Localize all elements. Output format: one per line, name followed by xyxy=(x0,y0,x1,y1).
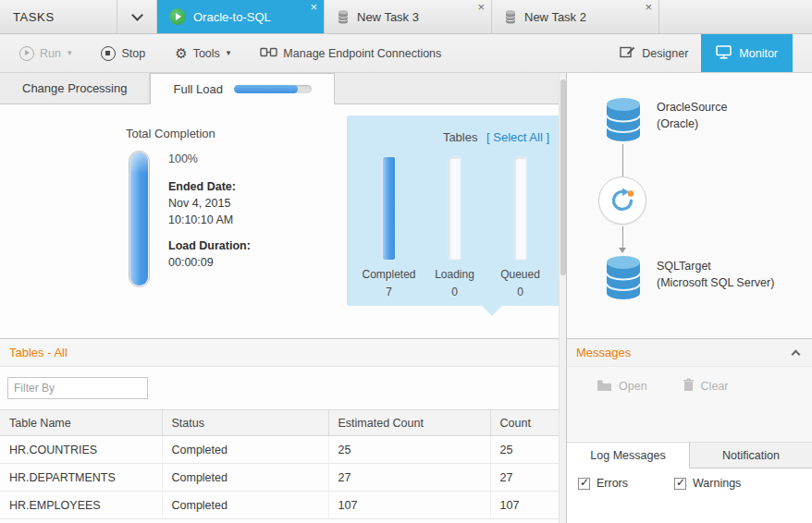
connector-line xyxy=(622,144,623,176)
cell-status: Completed xyxy=(162,436,328,464)
cell-table-name: HR.EMPLOYEES xyxy=(0,492,162,519)
select-all-link[interactable]: [ Select All ] xyxy=(486,130,549,144)
target-database-icon[interactable] xyxy=(603,255,644,303)
filter-input[interactable] xyxy=(7,377,148,399)
play-icon xyxy=(19,46,34,61)
app-window: TASKS Oracle-to-SQL × New Task 3 × New T… xyxy=(0,0,812,523)
database-icon xyxy=(504,9,517,25)
tables-section-header: Tables - All xyxy=(0,339,566,367)
source-node-label[interactable]: OracleSource (Oracle) xyxy=(657,99,727,132)
messages-panel: Messages Open Clear xyxy=(567,338,812,523)
load-duration-value: 00:00:09 xyxy=(168,254,251,271)
warnings-checkbox[interactable] xyxy=(674,478,686,490)
tab-label: Oracle-to-SQL xyxy=(193,10,271,24)
chevron-up-icon xyxy=(792,350,801,359)
tasks-menu[interactable]: TASKS xyxy=(0,0,117,33)
source-type: (Oracle) xyxy=(657,116,727,132)
column-header-status[interactable]: Status xyxy=(162,410,328,436)
gauge-bar xyxy=(382,156,396,261)
tab-oracle-to-sql[interactable]: Oracle-to-SQL × xyxy=(157,0,325,33)
ended-date-label: Ended Date: xyxy=(168,178,251,195)
cell-table-name: HR.DEPARTMENTS xyxy=(0,464,162,492)
designer-button[interactable]: Designer xyxy=(610,40,697,67)
cell-count: 25 xyxy=(490,436,566,464)
cell-table-name: HR.COUNTRIES xyxy=(0,436,162,464)
tables-gauges-bars: Completed 7 Loading 0 Queued 0 xyxy=(356,156,553,298)
total-completion-title: Total Completion xyxy=(126,127,215,140)
table-row[interactable]: HR.DEPARTMENTS Completed 27 27 xyxy=(0,464,566,492)
gauge-completed[interactable]: Completed 7 xyxy=(357,156,422,298)
target-node-label[interactable]: SQLTarget (Microsoft SQL Server) xyxy=(657,258,774,291)
gear-icon: ⚙ xyxy=(175,46,187,60)
tab-change-processing[interactable]: Change Processing xyxy=(0,73,150,103)
column-header-count[interactable]: Count xyxy=(490,410,566,436)
chevron-down-icon xyxy=(131,9,143,21)
gauge-queued[interactable]: Queued 0 xyxy=(488,156,553,298)
right-panel: OracleSource (Oracle) SQLTarget (Microso… xyxy=(566,73,812,523)
messages-tabbar: Log Messages Notification xyxy=(567,442,812,468)
tables-section-title: Tables - All xyxy=(9,346,68,359)
close-icon[interactable]: × xyxy=(477,1,485,14)
full-load-label: Full Load xyxy=(173,82,222,96)
clear-button[interactable]: Clear xyxy=(683,378,729,395)
gauge-bar xyxy=(448,156,461,261)
vertical-scrollbar[interactable] xyxy=(559,73,566,523)
tab-label: New Task 2 xyxy=(524,10,586,24)
cell-status: Completed xyxy=(162,464,328,492)
warnings-checkbox-group[interactable]: Warnings xyxy=(674,477,741,490)
gauge-bar xyxy=(513,156,527,261)
tab-new-task-3[interactable]: New Task 3 × xyxy=(325,0,492,33)
target-name: SQLTarget xyxy=(657,258,774,274)
close-icon[interactable]: × xyxy=(645,1,652,14)
tables-gauges-header: Tables [ Select All ] xyxy=(347,130,549,144)
run-button[interactable]: Run ▾ xyxy=(11,41,80,67)
table-row[interactable]: HR.EMPLOYEES Completed 107 107 xyxy=(0,492,566,519)
gauge-value: 7 xyxy=(386,286,392,298)
tables-gauges-panel[interactable]: Tables [ Select All ] Completed 7 Loadin… xyxy=(347,116,562,306)
designer-icon xyxy=(620,45,635,62)
tab-full-load[interactable]: Full Load xyxy=(150,73,334,104)
open-label: Open xyxy=(619,380,647,393)
messages-header: Messages xyxy=(567,339,812,367)
column-header-table-name[interactable]: Table Name xyxy=(0,410,162,436)
tab-new-task-2[interactable]: New Task 2 × xyxy=(492,0,659,33)
collapse-button[interactable] xyxy=(793,347,799,358)
target-type: (Microsoft SQL Server) xyxy=(657,274,774,291)
messages-title: Messages xyxy=(576,346,793,359)
cell-estimated-count: 25 xyxy=(328,436,490,464)
stop-icon xyxy=(101,46,116,61)
tab-notification[interactable]: Notification xyxy=(690,443,812,468)
cell-estimated-count: 27 xyxy=(328,464,490,492)
open-button[interactable]: Open xyxy=(597,378,647,395)
monitor-label: Monitor xyxy=(739,47,778,60)
gauge-loading[interactable]: Loading 0 xyxy=(423,156,487,298)
chevron-down-icon: ▾ xyxy=(68,49,72,57)
arrow-down-icon xyxy=(619,248,626,253)
tools-button[interactable]: ⚙ Tools ▾ xyxy=(166,41,239,66)
table-row[interactable]: HR.COUNTRIES Completed 25 25 xyxy=(0,436,566,464)
manage-endpoints-label: Manage Endpoint Connections xyxy=(283,47,441,60)
column-header-estimated-count[interactable]: Estimated Count xyxy=(328,410,490,436)
source-name: OracleSource xyxy=(657,99,727,116)
stop-button[interactable]: Stop xyxy=(92,41,154,67)
connector-line xyxy=(622,226,623,248)
monitor-button[interactable]: Monitor xyxy=(701,34,793,72)
tasks-label: TASKS xyxy=(13,10,55,24)
tables-section: Tables - All Table Name Status Estimated… xyxy=(0,338,566,523)
source-database-icon[interactable] xyxy=(603,97,644,145)
log-messages-label: Log Messages xyxy=(590,449,665,462)
cell-status: Completed xyxy=(162,492,328,519)
tools-label: Tools xyxy=(193,47,220,60)
cell-estimated-count: 107 xyxy=(328,492,490,519)
close-icon[interactable]: × xyxy=(310,1,317,14)
endpoint-connections-icon xyxy=(260,45,277,62)
tasks-dropdown-button[interactable] xyxy=(117,0,157,33)
full-load-progressbar xyxy=(234,85,312,93)
manage-endpoints-button[interactable]: Manage Endpoint Connections xyxy=(252,40,449,67)
errors-checkbox[interactable] xyxy=(578,478,590,490)
errors-checkbox-group[interactable]: Errors xyxy=(578,477,628,490)
warnings-label: Warnings xyxy=(693,477,741,490)
change-processing-label: Change Processing xyxy=(22,81,127,95)
view-tabbar: Change Processing Full Load xyxy=(0,73,566,104)
tab-log-messages[interactable]: Log Messages xyxy=(567,443,690,468)
